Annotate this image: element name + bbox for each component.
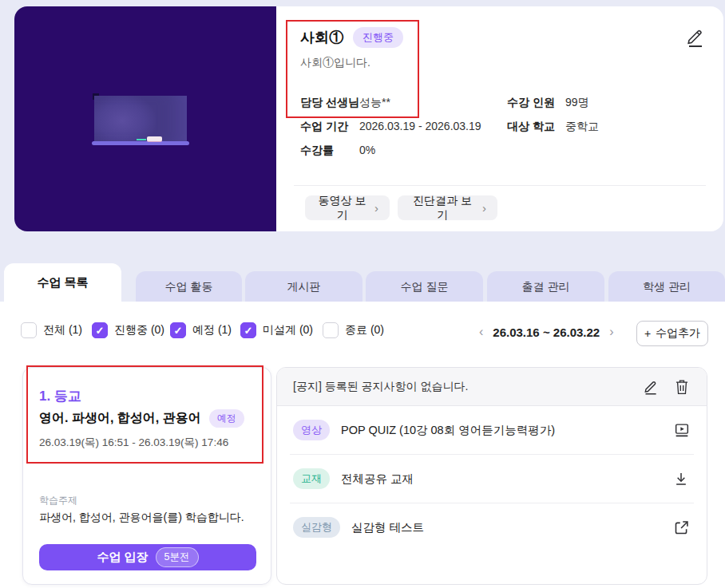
topic-text: 파생어, 합성어, 관용어을(를) 학습합니다. (39, 511, 244, 525)
tab-students[interactable]: 학생 관리 (608, 271, 725, 302)
blackboard-illustration (94, 96, 187, 141)
filter-label: 미설계 (0) (263, 323, 313, 337)
filter-undesigned[interactable]: ✓ 미설계 (0) (240, 322, 313, 338)
class-card[interactable]: 1. 등교 영어. 파생어, 합성어, 관용어 예정 26.03.19(목) 1… (22, 367, 271, 585)
activity-row-textbook[interactable]: 교재 전체공유 교재 (277, 455, 707, 503)
activity-title: 전체공유 교재 (341, 472, 414, 487)
topic-label: 학습주제 (39, 494, 77, 507)
checkbox-unchecked[interactable] (21, 322, 37, 338)
week-range: 26.03.16 ~ 26.03.22 (493, 326, 600, 339)
checkbox-checked[interactable]: ✓ (170, 322, 186, 338)
edit-icon (685, 26, 707, 49)
school-value: 중학교 (565, 120, 599, 134)
activity-panel: [공지] 등록된 공지사항이 없습니다. (276, 367, 707, 585)
activity-title: 실감형 테스트 (351, 520, 424, 535)
video-play-button[interactable] (673, 421, 691, 439)
week-navigation: ‹ 26.03.16 ~ 26.03.22 › (479, 322, 614, 341)
edit-notice-button[interactable] (643, 378, 660, 396)
tab-board[interactable]: 게시판 (245, 271, 362, 302)
add-class-label: 수업추가 (656, 326, 700, 341)
school-label: 대상 학교 (507, 120, 555, 134)
filter-all[interactable]: 전체 (1) (21, 322, 82, 338)
check-icon: ✓ (174, 325, 183, 337)
filter-label: 예정 (1) (192, 323, 232, 337)
view-diagnosis-button[interactable]: 진단결과 보기 › (398, 195, 497, 220)
plus-icon: + (644, 327, 651, 340)
students-label: 수강 인원 (507, 96, 555, 110)
tab-class-question[interactable]: 수업 질문 (366, 271, 483, 302)
activity-row-immersive[interactable]: 실감형 실감형 테스트 (277, 503, 707, 551)
eraser (147, 136, 162, 141)
view-diagnosis-label: 진단결과 보기 (409, 194, 476, 223)
enter-countdown-badge: 5분전 (156, 547, 199, 567)
download-icon (673, 470, 691, 487)
filter-label: 진행중 (0) (114, 323, 164, 337)
teacher-value: 성능** (359, 96, 390, 110)
watch-video-label: 동영상 보기 (316, 194, 368, 223)
tab-class-activity[interactable]: 수업 활동 (136, 271, 242, 302)
external-link-icon (673, 519, 691, 536)
progress-value: 0% (359, 144, 375, 156)
period-value: 2026.03.19 - 2026.03.19 (359, 120, 481, 132)
class-time: 26.03.19(목) 16:51 - 26.03.19(목) 17:46 (39, 435, 261, 451)
activity-title: POP QUIZ (10강 08회 영어듣기능력평가) (341, 423, 555, 438)
checkbox-checked[interactable]: ✓ (92, 322, 108, 338)
class-status-badge: 예정 (209, 409, 244, 428)
chevron-right-icon[interactable]: › (609, 326, 613, 338)
activity-type-badge: 교재 (293, 468, 330, 489)
filter-in-progress[interactable]: ✓ 진행중 (0) (92, 322, 164, 338)
add-class-button[interactable]: + 수업추가 (636, 321, 708, 346)
trash-icon (674, 378, 691, 396)
course-status-badge: 진행중 (353, 27, 403, 48)
tab-attendance[interactable]: 출결 관리 (487, 271, 604, 302)
notice-bar: [공지] 등록된 공지사항이 없습니다. (277, 368, 707, 406)
enter-class-button[interactable]: 수업 입장 5분전 (39, 544, 256, 570)
activity-type-badge: 실감형 (293, 517, 340, 538)
filter-scheduled[interactable]: ✓ 예정 (1) (170, 322, 232, 338)
chalk (137, 139, 146, 140)
filter-label: 종료 (0) (345, 323, 384, 337)
page: 사회① 진행중 사회①입니다. 담당 선생님 성능** 수강 인원 99명 수업… (0, 0, 725, 588)
period-label: 수업 기간 (300, 120, 348, 134)
class-subject-title: 영어. 파생어, 합성어, 관용어 (39, 410, 201, 427)
progress-label: 수강률 (300, 144, 334, 158)
open-external-button[interactable] (673, 519, 691, 536)
class-order-title: 1. 등교 (39, 387, 81, 405)
tab-class-list[interactable]: 수업 목록 (4, 263, 121, 302)
watch-video-button[interactable]: 동영상 보기 › (305, 195, 390, 220)
activity-row-video[interactable]: 영상 POP QUIZ (10강 08회 영어듣기능력평가) (277, 406, 707, 454)
check-icon: ✓ (244, 325, 253, 337)
blackboard-ledge (92, 141, 189, 145)
activity-type-badge: 영상 (293, 420, 330, 440)
download-button[interactable] (673, 470, 691, 487)
chevron-right-icon: › (482, 201, 486, 215)
checkbox-checked[interactable]: ✓ (240, 322, 256, 338)
course-header-card: 사회① 진행중 사회①입니다. 담당 선생님 성능** 수강 인원 99명 수업… (14, 6, 723, 231)
header-divider (294, 185, 706, 186)
class-list-panel: 전체 (1) ✓ 진행중 (0) ✓ 예정 (1) ✓ 미설계 (0) 종료 (… (0, 302, 725, 588)
video-play-icon (673, 421, 691, 439)
filter-ended[interactable]: 종료 (0) (323, 322, 384, 338)
notice-text: [공지] 등록된 공지사항이 없습니다. (293, 380, 468, 394)
chevron-left-icon[interactable]: ‹ (479, 326, 483, 338)
course-description: 사회①입니다. (300, 56, 370, 70)
students-value: 99명 (565, 96, 589, 110)
checkbox-unchecked[interactable] (323, 322, 339, 338)
edit-course-button[interactable] (685, 26, 707, 49)
filter-label: 전체 (1) (43, 323, 82, 337)
delete-notice-button[interactable] (674, 378, 691, 396)
check-icon: ✓ (96, 325, 105, 337)
chevron-right-icon: › (374, 201, 378, 215)
edit-icon (643, 378, 660, 396)
course-hero-image (14, 6, 276, 231)
course-title: 사회① (300, 28, 343, 47)
teacher-label: 담당 선생님 (300, 96, 359, 110)
enter-class-label: 수업 입장 (97, 550, 148, 565)
